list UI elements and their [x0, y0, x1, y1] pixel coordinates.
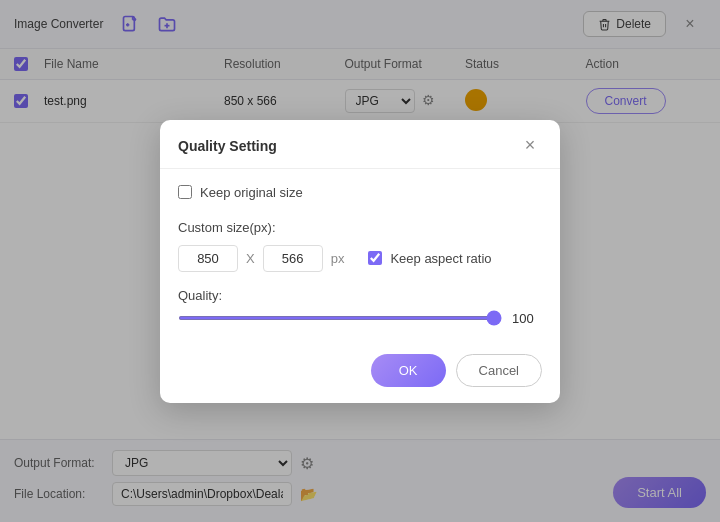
modal-header: Quality Setting ×: [160, 120, 560, 169]
keep-original-checkbox[interactable]: [178, 185, 192, 199]
quality-row: Quality: 100: [178, 288, 542, 326]
width-input[interactable]: [178, 245, 238, 272]
modal-body: Keep original size Custom size(px): X px…: [160, 169, 560, 342]
quality-value: 100: [512, 311, 542, 326]
quality-label: Quality:: [178, 288, 222, 303]
custom-size-row: Custom size(px): X px Keep aspect ratio: [178, 220, 542, 272]
app-window: Image Converter: [0, 0, 720, 522]
px-label: px: [331, 251, 345, 266]
quality-setting-modal: Quality Setting × Keep original size Cus…: [160, 120, 560, 403]
keep-original-row: Keep original size: [178, 185, 542, 200]
keep-original-label: Keep original size: [200, 185, 303, 200]
keep-aspect-checkbox[interactable]: [368, 251, 382, 265]
quality-label-row: Quality:: [178, 288, 542, 303]
quality-slider[interactable]: [178, 316, 502, 320]
modal-title: Quality Setting: [178, 138, 277, 154]
modal-ok-button[interactable]: OK: [371, 354, 446, 387]
modal-overlay: Quality Setting × Keep original size Cus…: [0, 0, 720, 522]
keep-aspect-label: Keep aspect ratio: [390, 251, 491, 266]
custom-size-label: Custom size(px):: [178, 220, 542, 235]
height-input[interactable]: [263, 245, 323, 272]
modal-close-button[interactable]: ×: [518, 134, 542, 158]
quality-slider-row: 100: [178, 311, 542, 326]
x-label: X: [246, 251, 255, 266]
keep-aspect-row: Keep aspect ratio: [368, 251, 491, 266]
size-inputs-row: X px Keep aspect ratio: [178, 245, 542, 272]
modal-cancel-button[interactable]: Cancel: [456, 354, 542, 387]
modal-footer: OK Cancel: [160, 342, 560, 403]
